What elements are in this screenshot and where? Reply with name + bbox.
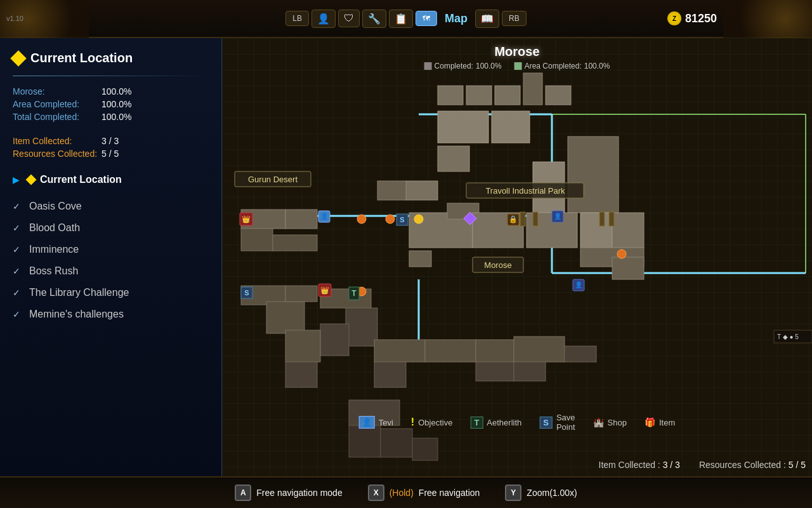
stat-morose: Morose: 100.0%	[13, 86, 209, 97]
svg-rect-85	[520, 212, 525, 226]
svg-rect-15	[438, 111, 488, 143]
svg-rect-37	[285, 286, 317, 302]
small-diamond-icon	[26, 175, 37, 185]
settings-button[interactable]: 📖	[475, 10, 499, 28]
location-name-memine: Memine's challenges	[29, 309, 124, 320]
svg-text:👤: 👤	[554, 212, 562, 220]
save-icon: S	[539, 417, 553, 429]
legend-aetherlith: T Aetherlith	[470, 417, 521, 429]
character-button[interactable]: 👤	[311, 10, 336, 28]
svg-rect-88	[609, 212, 614, 226]
svg-text:Gurun Desert: Gurun Desert	[248, 175, 298, 184]
map-resources-count: 5 / 5	[789, 460, 806, 470]
check-icon-boss: ✓	[13, 266, 23, 276]
svg-rect-32	[285, 210, 317, 229]
svg-text:👤: 👤	[575, 281, 583, 289]
location-name-blood: Blood Oath	[29, 222, 80, 234]
section-title-text: Current Location	[30, 51, 133, 65]
svg-rect-12	[495, 86, 520, 105]
legend-aetherlith-label: Aetherlith	[487, 418, 521, 427]
skills-button[interactable]: 🛡	[338, 10, 360, 27]
rb-button[interactable]: RB	[502, 11, 527, 26]
svg-rect-21	[377, 181, 406, 200]
check-icon-imminence: ✓	[13, 244, 23, 255]
shop-icon: 🏰	[593, 417, 604, 427]
stat-total-completed: Total Completed: 100.0%	[13, 112, 209, 122]
total-completed-value: 100.0%	[102, 112, 131, 122]
list-item: ✓ Blood Oath	[13, 217, 209, 239]
svg-text:👑: 👑	[320, 286, 329, 295]
list-item: ✓ Memine's challenges	[13, 304, 209, 325]
stats-section: Morose: 100.0% Area Completed: 100.0% To…	[13, 86, 209, 159]
currency-icon: Z	[667, 11, 681, 25]
svg-rect-47	[514, 337, 565, 362]
list-item: ✓ Imminence	[13, 239, 209, 260]
svg-text:T: T	[351, 289, 357, 298]
svg-rect-46	[476, 340, 514, 362]
hint2-text: Free navigation	[419, 488, 480, 498]
svg-rect-19	[438, 146, 469, 171]
morose-label: Morose:	[13, 86, 102, 97]
bottom-bar: A Free navigation mode X (Hold) Free nav…	[0, 476, 812, 508]
location-list: ✓ Oasis Cove ✓ Blood Oath ✓ Imminence ✓ …	[13, 196, 209, 325]
legend-shop: 🏰 Shop	[593, 417, 627, 427]
map-nav-button[interactable]: 🗺	[416, 11, 437, 26]
morose-value: 100.0%	[102, 86, 131, 97]
svg-rect-34	[273, 235, 317, 251]
tevi-icon: 👤	[359, 416, 375, 429]
svg-rect-43	[374, 340, 425, 362]
location-name-library: The Library Challenge	[29, 287, 129, 298]
svg-rect-54	[412, 438, 438, 460]
map-area[interactable]: Morose Completed: 100.0% Area Completed:…	[222, 38, 812, 476]
svg-rect-44	[425, 340, 476, 362]
item-collected-label: Item Collected:	[13, 136, 102, 146]
item-collected-value: 3 / 3	[102, 136, 119, 146]
svg-text:S: S	[244, 289, 249, 297]
svg-rect-41	[285, 330, 320, 362]
legend-tevi: 👤 Tevi	[359, 416, 393, 429]
current-location-label: Current Location	[40, 174, 122, 185]
x-button: X	[368, 485, 384, 501]
legend-save: S Save Point	[539, 413, 575, 432]
svg-rect-28	[612, 213, 644, 248]
hint-free-nav: X (Hold) Free navigation	[368, 485, 480, 501]
objective-icon: !	[411, 417, 414, 428]
list-item: ✓ Oasis Cove	[13, 196, 209, 217]
current-location-row: ▶ Current Location	[13, 171, 209, 188]
left-panel: Current Location Morose: 100.0% Area Com…	[0, 38, 222, 508]
location-name-oasis: Oasis Cove	[29, 201, 82, 212]
lb-button[interactable]: LB	[285, 11, 309, 26]
svg-rect-13	[523, 73, 542, 105]
legend-item: 🎁 Item	[645, 417, 675, 427]
nav-buttons: LB 👤 🛡 🔧 📋 🗺 Map 📖 RB	[285, 10, 526, 28]
list-item: ✓ The Library Challenge	[13, 282, 209, 304]
crafting-button[interactable]: 🔧	[362, 10, 386, 28]
svg-rect-50	[514, 362, 546, 381]
aetherlith-icon: T	[470, 417, 483, 429]
svg-text:S: S	[400, 216, 404, 224]
map-item-collected: Item Collected : 3 / 3	[599, 460, 680, 470]
hint2-hold: (Hold)	[390, 488, 414, 498]
svg-rect-87	[599, 212, 605, 226]
svg-rect-45	[374, 362, 406, 387]
svg-rect-33	[241, 229, 273, 251]
check-icon-blood: ✓	[13, 223, 23, 233]
svg-text:T ◆ ● 5: T ◆ ● 5	[777, 333, 799, 340]
location-name-boss: Boss Rush	[29, 265, 78, 277]
map-svg: Travoll Industrial Park Gurun Desert Mor…	[222, 38, 812, 476]
map-legend: 👤 Tevi ! Objective T Aetherlith S Save P…	[359, 413, 676, 432]
legend-tevi-label: Tevi	[379, 418, 393, 427]
gear-decoration-right	[723, 0, 812, 38]
legend-item-label: Item	[659, 418, 675, 427]
svg-point-67	[357, 215, 366, 224]
journal-button[interactable]: 📋	[389, 10, 413, 28]
svg-text:🔒: 🔒	[509, 215, 518, 224]
area-completed-label: Area Completed:	[13, 99, 102, 109]
svg-point-70	[414, 215, 423, 224]
currency-amount: 81250	[685, 12, 717, 25]
check-icon-memine: ✓	[13, 309, 23, 319]
svg-rect-49	[476, 362, 514, 381]
svg-point-71	[617, 250, 626, 258]
hint-free-nav-mode: A Free navigation mode	[235, 485, 342, 501]
check-icon-library: ✓	[13, 288, 23, 298]
